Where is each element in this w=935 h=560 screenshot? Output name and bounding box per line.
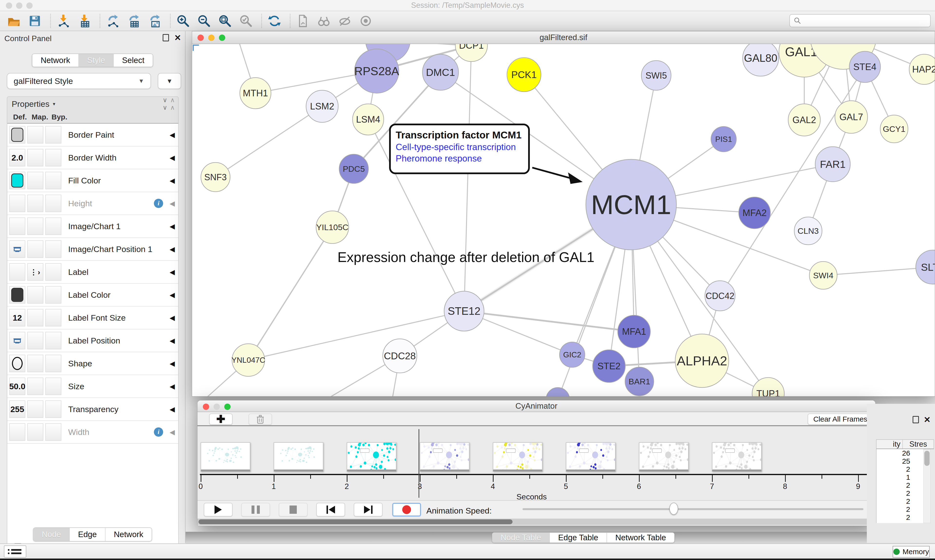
zoom-window-icon[interactable] xyxy=(26,2,32,9)
tab-select[interactable]: Select xyxy=(114,54,153,67)
scrollbar-thumb[interactable] xyxy=(924,451,930,466)
float-panel-icon[interactable] xyxy=(163,34,169,42)
collapse-arrow-icon[interactable]: ◀ xyxy=(170,337,175,345)
export-network-icon[interactable] xyxy=(105,13,120,28)
bypass-cell[interactable] xyxy=(45,286,61,304)
table-row[interactable]: 2 xyxy=(876,505,923,513)
table-row[interactable]: 2 xyxy=(876,465,923,473)
add-frame-button[interactable]: ✚ xyxy=(209,414,233,425)
frame-thumbnail-7[interactable] xyxy=(639,442,688,471)
minimize-window-icon[interactable] xyxy=(213,403,220,410)
collapse-arrow-icon[interactable]: ◀ xyxy=(170,314,175,322)
bypass-cell[interactable] xyxy=(45,400,61,418)
minimize-window-icon[interactable] xyxy=(16,2,22,9)
tab-edge-table[interactable]: Edge Table xyxy=(550,533,607,543)
default-value-cell[interactable] xyxy=(9,217,25,235)
collapse-all-icon[interactable]: ∧∧ xyxy=(170,96,174,111)
close-panel-icon[interactable]: ✕ xyxy=(924,416,931,423)
mapping-cell[interactable] xyxy=(27,400,43,418)
network-node-GCY1[interactable]: GCY1 xyxy=(880,115,908,143)
frames-timeline[interactable]: 0123456789Seconds xyxy=(197,427,875,500)
tab-node-table[interactable]: Node Table xyxy=(492,533,550,543)
find-icon[interactable] xyxy=(316,13,332,28)
frame-thumbnail-8[interactable] xyxy=(712,442,762,471)
animation-speed-slider[interactable] xyxy=(523,508,863,510)
minimize-window-icon[interactable] xyxy=(208,35,214,41)
network-node-PIS1[interactable]: PIS1 xyxy=(711,126,736,152)
tab-network[interactable]: Network xyxy=(32,54,79,67)
zoom-in-icon[interactable] xyxy=(176,13,191,28)
default-value-cell[interactable]: 255 xyxy=(9,400,25,418)
tab-node[interactable]: Node xyxy=(34,528,70,541)
default-value-cell[interactable] xyxy=(9,263,25,281)
frame-thumbnail-5[interactable] xyxy=(493,442,543,471)
network-node-MCM1[interactable]: MCM1 xyxy=(586,159,676,250)
collapse-arrow-icon[interactable]: ◀ xyxy=(170,405,175,413)
collapse-arrow-icon[interactable]: ◀ xyxy=(170,200,175,208)
network-node-SNF3[interactable]: SNF3 xyxy=(201,163,230,192)
float-panel-icon[interactable] xyxy=(913,416,919,423)
collapse-arrow-icon[interactable]: ◀ xyxy=(170,382,175,391)
tab-network[interactable]: Network xyxy=(105,528,151,541)
style-dropdown[interactable]: galFiltered Style ▼ xyxy=(7,73,151,89)
property-row-image-chart-position-1[interactable]: Image/Chart Position 1◀ xyxy=(7,238,178,261)
mapping-cell[interactable]: ⋮› xyxy=(27,263,43,281)
network-node-GAL80[interactable]: GAL80 xyxy=(743,44,779,76)
collapse-arrow-icon[interactable]: ◀ xyxy=(170,428,175,436)
table-row[interactable]: 2 xyxy=(876,513,923,521)
zoom-out-icon[interactable] xyxy=(196,13,211,28)
mapping-cell[interactable] xyxy=(27,126,43,143)
default-value-cell[interactable] xyxy=(9,126,25,143)
property-row-transparency[interactable]: 255Transparency◀ xyxy=(7,398,178,421)
export-image-icon[interactable] xyxy=(147,13,162,28)
frame-thumbnail-4[interactable] xyxy=(420,442,469,471)
property-row-border-width[interactable]: 2.0Border Width◀ xyxy=(7,146,178,169)
network-annotation[interactable]: Transcription factor MCM1 Cell-type-spec… xyxy=(389,123,530,174)
default-value-cell[interactable]: 50.0 xyxy=(9,378,25,395)
default-value-cell[interactable] xyxy=(9,195,25,212)
network-node-cutp[interactable] xyxy=(546,388,569,396)
stop-button[interactable] xyxy=(279,503,307,517)
zoom-window-icon[interactable] xyxy=(224,403,231,410)
tab-network-table[interactable]: Network Table xyxy=(607,533,674,543)
import-table-icon[interactable] xyxy=(77,13,92,28)
network-caption[interactable]: Expression change after deletion of GAL1 xyxy=(338,249,594,265)
collapse-arrow-icon[interactable]: ◀ xyxy=(170,245,175,253)
zoom-selected-icon[interactable] xyxy=(238,13,253,28)
network-titlebar[interactable]: galFiltered.sif xyxy=(192,31,935,44)
chevron-down-icon[interactable]: ▾ xyxy=(53,101,55,107)
network-node-RPS28A[interactable]: RPS28A xyxy=(354,49,399,93)
property-row-label-position[interactable]: Label Position◀ xyxy=(7,329,178,352)
bypass-cell[interactable] xyxy=(45,149,61,166)
frame-thumbnail-6[interactable] xyxy=(566,442,616,471)
network-node-GIC2[interactable]: GIC2 xyxy=(560,342,585,367)
mapping-cell[interactable] xyxy=(27,309,43,326)
bypass-cell[interactable] xyxy=(45,378,61,395)
bypass-cell[interactable] xyxy=(45,240,61,258)
default-value-cell[interactable] xyxy=(9,172,25,189)
default-value-cell[interactable]: 12 xyxy=(9,309,25,326)
network-node-GAL2[interactable]: GAL2 xyxy=(788,104,820,136)
mapping-cell[interactable] xyxy=(27,240,43,258)
go-to-start-button[interactable] xyxy=(316,503,345,517)
network-node-STE12[interactable]: STE12 xyxy=(444,291,484,331)
collapse-arrow-icon[interactable]: ◀ xyxy=(170,291,175,299)
network-doc-icon[interactable] xyxy=(295,13,310,28)
network-node-CDC28[interactable]: CDC28 xyxy=(383,339,417,373)
mapping-cell[interactable] xyxy=(27,172,43,189)
default-value-cell[interactable] xyxy=(9,240,25,258)
table-row[interactable]: 25 xyxy=(876,457,923,465)
property-row-border-paint[interactable]: Border Paint◀ xyxy=(7,123,178,146)
show-all-icon[interactable] xyxy=(358,13,373,28)
cyanimator-titlebar[interactable]: CyAnimator xyxy=(197,400,875,412)
table-row[interactable]: 2 xyxy=(876,489,923,497)
pause-button[interactable] xyxy=(241,503,270,517)
app-window-controls[interactable] xyxy=(6,2,32,9)
close-window-icon[interactable] xyxy=(197,35,204,41)
table-body[interactable]: 26252122222 xyxy=(876,449,923,523)
network-node-BAR1[interactable]: BAR1 xyxy=(625,367,654,396)
mapping-cell[interactable] xyxy=(27,217,43,235)
default-value-cell[interactable] xyxy=(9,423,25,441)
network-node-HAP2[interactable]: HAP2 xyxy=(909,54,935,85)
network-node-DCP1[interactable]: DCP1 xyxy=(455,44,488,62)
